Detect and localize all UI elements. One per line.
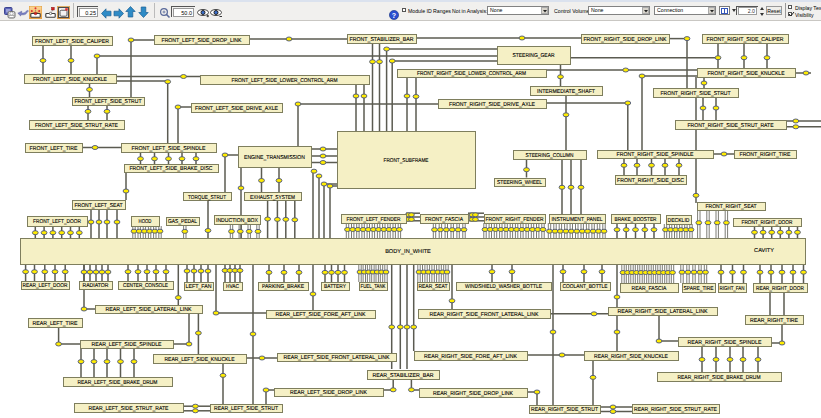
svg-text:REAR_LEFT_DOOR: REAR_LEFT_DOOR	[23, 283, 68, 289]
svg-text:REAR_RIGHT_SIDE_FRONT_LATERAL_: REAR_RIGHT_SIDE_FRONT_LATERAL_LINK	[430, 312, 539, 318]
svg-text:RIGHT_FAN: RIGHT_FAN	[720, 286, 745, 292]
svg-text:FRONT_STABILIZER_BAR: FRONT_STABILIZER_BAR	[350, 37, 414, 43]
svg-text:GAS_PEDAL: GAS_PEDAL	[168, 219, 197, 225]
svg-text:FRONT_RIGHT_FENDER: FRONT_RIGHT_FENDER	[486, 217, 544, 223]
svg-text:REAR_LEFT_SIDE_BRAKE_DRUM: REAR_LEFT_SIDE_BRAKE_DRUM	[78, 380, 158, 386]
svg-text:LEFT_FAN: LEFT_FAN	[186, 284, 212, 290]
svg-text:CENTER_CONSOLE: CENTER_CONSOLE	[123, 283, 168, 289]
svg-text:REAR_STABILIZER_BAR: REAR_STABILIZER_BAR	[373, 373, 434, 379]
svg-text:TORQUE_STRUT: TORQUE_STRUT	[188, 195, 226, 201]
svg-text:BATTERY: BATTERY	[324, 284, 346, 290]
svg-text:FRONT_RIGHT_SIDE_DRIVE_AXLE: FRONT_RIGHT_SIDE_DRIVE_AXLE	[449, 102, 535, 108]
svg-text:DECKLID: DECKLID	[668, 218, 690, 224]
svg-text:FRONT_LEFT_SIDE_KNUCKLE: FRONT_LEFT_SIDE_KNUCKLE	[33, 77, 107, 83]
svg-text:INTERMEDIATE_SHAFT: INTERMEDIATE_SHAFT	[537, 89, 596, 95]
svg-text:FRONT_RIGHT_SIDE_KNUCKLE: FRONT_RIGHT_SIDE_KNUCKLE	[708, 71, 785, 77]
svg-text:FRONT_LEFT_SIDE_CALIPER: FRONT_LEFT_SIDE_CALIPER	[35, 39, 109, 45]
svg-text:FRONT_LEFT_DOOR: FRONT_LEFT_DOOR	[33, 219, 81, 225]
svg-text:STEERING_GEAR: STEERING_GEAR	[513, 53, 555, 59]
svg-text:INSTRUMENT_PANEL: INSTRUMENT_PANEL	[552, 217, 603, 223]
svg-text:FRONT_RIGHT_SIDE_SPINDLE: FRONT_RIGHT_SIDE_SPINDLE	[617, 152, 694, 158]
svg-text:SPARE_TIRE: SPARE_TIRE	[684, 286, 714, 292]
svg-text:REAR_LEFT_SIDE_LATERAL_LINK: REAR_LEFT_SIDE_LATERAL_LINK	[106, 307, 192, 313]
svg-text:HVAC: HVAC	[226, 284, 239, 290]
svg-text:FRONT_LEFT_TIRE: FRONT_LEFT_TIRE	[30, 146, 78, 152]
svg-text:REAR_LEFT_SIDE_FORE_AFT_LINK: REAR_LEFT_SIDE_FORE_AFT_LINK	[276, 312, 366, 318]
svg-text:FRONT_RIGHT_SEAT: FRONT_RIGHT_SEAT	[706, 204, 758, 210]
svg-text:FRONT_RIGHT_SIDE_STRUT: FRONT_RIGHT_SIDE_STRUT	[661, 91, 732, 97]
svg-text:WINDSHIELD_WASHER_BOTTLE: WINDSHIELD_WASHER_BOTTLE	[465, 284, 542, 290]
svg-text:FRONT_LEFT_SIDE_STRUT: FRONT_LEFT_SIDE_STRUT	[75, 99, 143, 105]
svg-text:REAR_LEFT_SIDE_STRUT_RATE: REAR_LEFT_SIDE_STRUT_RATE	[89, 406, 169, 412]
svg-text:FRONT_RIGHT_SIDE_CALIPER: FRONT_RIGHT_SIDE_CALIPER	[707, 37, 784, 43]
svg-text:FRONT_RIGHT_SIDE_DISC: FRONT_RIGHT_SIDE_DISC	[617, 178, 684, 184]
svg-text:REAR_LEFT_SIDE_SPINDLE: REAR_LEFT_SIDE_SPINDLE	[92, 342, 162, 348]
svg-text:FRONT_RIGHT_SIDE_DROP_LINK: FRONT_RIGHT_SIDE_DROP_LINK	[584, 37, 667, 43]
svg-text:FRONT_LEFT_SIDE_STRUT_RATE: FRONT_LEFT_SIDE_STRUT_RATE	[35, 123, 118, 129]
svg-text:RADIATOR: RADIATOR	[83, 283, 109, 289]
svg-text:REAR_RIGHT_SIDE_FORE_AFT_LINK: REAR_RIGHT_SIDE_FORE_AFT_LINK	[424, 354, 517, 360]
svg-text:FRONT_LEFT_FENDER: FRONT_LEFT_FENDER	[347, 217, 401, 223]
svg-text:COOLANT_BOTTLE: COOLANT_BOTTLE	[563, 284, 608, 290]
svg-text:?: ?	[392, 12, 396, 19]
svg-text:REAR_SEAT: REAR_SEAT	[419, 284, 449, 290]
svg-text:FRONT_LEFT_SIDE_LOWER_CONTROL_: FRONT_LEFT_SIDE_LOWER_CONTROL_ARM	[232, 78, 338, 84]
svg-text:REAR_LEFT_TIRE: REAR_LEFT_TIRE	[33, 321, 78, 327]
svg-text:EXHAUST_SYSTEM: EXHAUST_SYSTEM	[250, 195, 295, 201]
svg-text:FRONT_LEFT_SIDE_DRIVE_AXLE: FRONT_LEFT_SIDE_DRIVE_AXLE	[195, 106, 278, 112]
svg-text:CAVITY: CAVITY	[754, 248, 774, 254]
svg-text:REAR_RIGHT_DOOR: REAR_RIGHT_DOOR	[756, 286, 804, 292]
svg-text:FRONT_RIGHT_TIRE: FRONT_RIGHT_TIRE	[740, 152, 791, 158]
svg-text:REAR_LEFT_SIDE_FRONT_LATERAL_L: REAR_LEFT_SIDE_FRONT_LATERAL_LINK	[284, 355, 390, 361]
svg-text:REAR_RIGHT_SIDE_SPINDLE: REAR_RIGHT_SIDE_SPINDLE	[688, 340, 762, 346]
svg-text:FRONT_RIGHT_DOOR: FRONT_RIGHT_DOOR	[742, 220, 793, 226]
svg-text:REAR_RIGHT_SIDE_LATERAL_LINK: REAR_RIGHT_SIDE_LATERAL_LINK	[618, 309, 708, 315]
svg-text:STEERING_COLUMN: STEERING_COLUMN	[526, 153, 574, 159]
svg-text:REAR_RIGHT_SIDE_STRUT: REAR_RIGHT_SIDE_STRUT	[531, 407, 599, 413]
svg-text:FRONT_RIGHT_SIDE_LOWER_CONTROL: FRONT_RIGHT_SIDE_LOWER_CONTROL_ARM	[417, 71, 526, 77]
svg-text:BODY_IN_WHITE: BODY_IN_WHITE	[385, 249, 431, 255]
svg-text:ENGINE_TRANSMISSION: ENGINE_TRANSMISSION	[244, 155, 305, 161]
svg-text:REAR_RIGHT_SIDE_BRAKE_DRUM: REAR_RIGHT_SIDE_BRAKE_DRUM	[678, 375, 761, 381]
svg-text:FRONT_LEFT_SIDE_DROP_LINK: FRONT_LEFT_SIDE_DROP_LINK	[162, 38, 242, 44]
svg-text:REAR_RIGHT_TIRE: REAR_RIGHT_TIRE	[750, 318, 798, 324]
svg-text:FUEL_TANK: FUEL_TANK	[361, 284, 386, 290]
svg-text:INDUCTION_BOX: INDUCTION_BOX	[216, 218, 258, 224]
svg-text:REAR_LEFT_SIDE_KNUCKLE: REAR_LEFT_SIDE_KNUCKLE	[165, 357, 235, 363]
svg-text:PARKING_BRAKE: PARKING_BRAKE	[262, 284, 304, 290]
svg-text:REAR_RIGHT_SIDE_STRUT_RATE: REAR_RIGHT_SIDE_STRUT_RATE	[634, 407, 717, 413]
svg-text:REAR_RIGHT_SIDE_DROP_LINK: REAR_RIGHT_SIDE_DROP_LINK	[433, 391, 513, 397]
svg-text:FRONT_LEFT_SIDE_SPINDLE: FRONT_LEFT_SIDE_SPINDLE	[132, 146, 206, 152]
svg-text:BRAKE_BOOSTER: BRAKE_BOOSTER	[615, 217, 657, 223]
svg-text:STEERING_WHEEL: STEERING_WHEEL	[497, 180, 542, 186]
svg-text:FRONT_FASCIA: FRONT_FASCIA	[425, 217, 463, 223]
svg-text:REAR_LEFT_SIDE_STRUT: REAR_LEFT_SIDE_STRUT	[214, 406, 279, 412]
svg-text:REAR_FASCIA: REAR_FASCIA	[632, 286, 667, 292]
svg-text:FRONT_RIGHT_SIDE_STRUT_RATE: FRONT_RIGHT_SIDE_STRUT_RATE	[688, 123, 774, 129]
svg-text:FRONT_LEFT_SEAT: FRONT_LEFT_SEAT	[75, 203, 124, 209]
svg-text:REAR_LEFT_SIDE_DROP_LINK: REAR_LEFT_SIDE_DROP_LINK	[290, 390, 367, 396]
svg-text:HOOD: HOOD	[139, 219, 152, 225]
svg-text:FRONT_LEFT_SIDE_BRAKE_DISC: FRONT_LEFT_SIDE_BRAKE_DISC	[130, 166, 213, 172]
svg-text:REAR_RIGHT_SIDE_KNUCKLE: REAR_RIGHT_SIDE_KNUCKLE	[594, 354, 668, 360]
svg-text:FRONT_SUBFRAME: FRONT_SUBFRAME	[384, 158, 429, 164]
